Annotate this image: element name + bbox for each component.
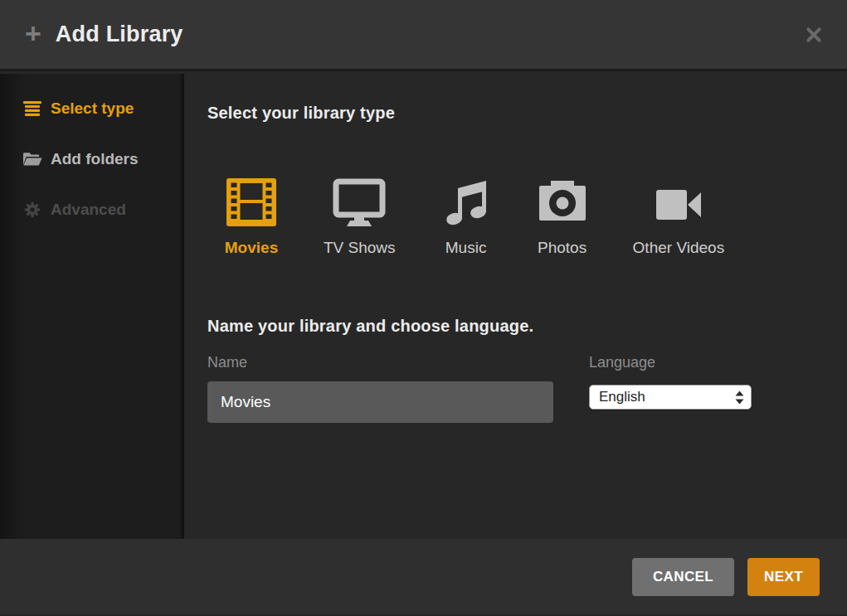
type-option-photos[interactable]: Photos: [537, 172, 588, 257]
dialog-content: Select your library type: [184, 74, 847, 539]
select-type-icon: [22, 101, 42, 116]
type-option-label: TV Shows: [324, 239, 396, 257]
type-option-movies[interactable]: Movies: [224, 172, 279, 257]
language-select[interactable]: English: [589, 385, 752, 410]
add-library-dialog: + Add Library Select type: [0, 0, 847, 616]
dialog-title: Add Library: [56, 22, 183, 47]
folder-icon: [22, 152, 42, 167]
movies-icon: [224, 172, 279, 229]
language-selected-value: English: [599, 389, 735, 405]
type-option-tv-shows[interactable]: TV Shows: [324, 172, 396, 257]
wizard-steps-sidebar: Select type Add folders: [0, 74, 184, 539]
plus-icon: +: [25, 19, 41, 47]
language-field-group: Language English: [589, 354, 752, 423]
tv-icon: [331, 172, 387, 229]
next-button[interactable]: NEXT: [747, 558, 820, 596]
type-option-other-videos[interactable]: Other Videos: [633, 172, 725, 257]
sidebar-item-select-type[interactable]: Select type: [0, 83, 184, 133]
sidebar-item-label: Advanced: [51, 201, 126, 219]
type-option-label: Music: [445, 239, 487, 257]
close-icon: [806, 27, 822, 43]
cancel-button[interactable]: CANCEL: [632, 558, 734, 596]
select-stepper-arrows-icon: [735, 390, 744, 405]
camera-icon: [537, 172, 588, 229]
name-label: Name: [207, 354, 553, 371]
video-camera-icon: [652, 172, 705, 229]
sidebar-item-label: Add folders: [51, 150, 139, 168]
language-label: Language: [589, 354, 752, 371]
close-button[interactable]: [806, 27, 822, 43]
music-note-icon: [441, 172, 492, 229]
library-name-input[interactable]: [207, 381, 553, 423]
sidebar-item-advanced: Advanced: [0, 184, 184, 235]
type-option-label: Movies: [225, 239, 278, 257]
name-language-heading: Name your library and choose language.: [207, 317, 847, 336]
type-option-label: Photos: [538, 239, 587, 257]
type-option-label: Other Videos: [633, 239, 725, 257]
name-field-group: Name: [207, 354, 553, 423]
library-type-heading: Select your library type: [207, 104, 847, 123]
dialog-header: + Add Library: [0, 0, 847, 71]
library-type-options: Movies TV Shows: [224, 172, 847, 257]
name-language-fields: Name Language English: [207, 354, 847, 423]
gear-icon: [22, 201, 42, 218]
sidebar-item-add-folders[interactable]: Add folders: [0, 133, 184, 184]
type-option-music[interactable]: Music: [441, 172, 492, 257]
dialog-footer: CANCEL NEXT: [0, 539, 847, 616]
sidebar-item-label: Select type: [51, 99, 134, 118]
